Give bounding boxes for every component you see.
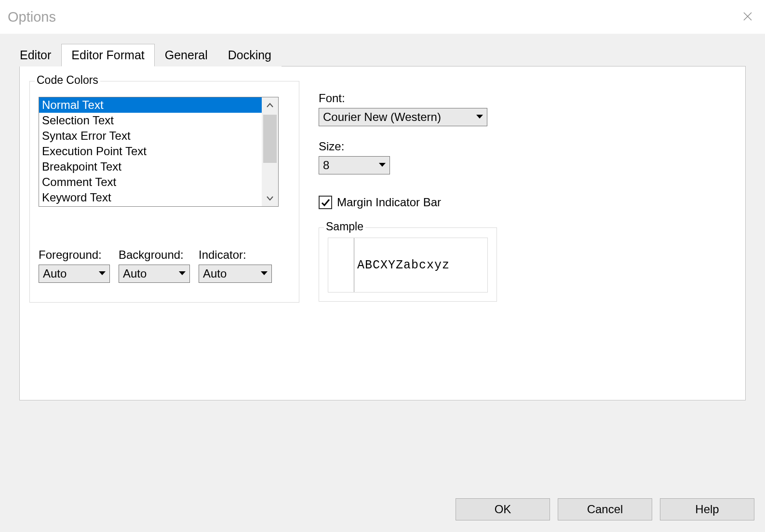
close-button[interactable] — [739, 8, 756, 27]
chevron-down-icon — [257, 271, 271, 276]
foreground-combo[interactable]: Auto — [39, 265, 110, 283]
foreground-value: Auto — [39, 267, 95, 280]
listbox-scrollbar[interactable] — [262, 97, 278, 206]
chevron-down-icon — [472, 115, 487, 120]
sample-text: ABCXYZabcxyz — [354, 238, 487, 292]
list-item[interactable]: Comment Text — [39, 174, 262, 190]
size-value: 8 — [319, 159, 375, 172]
size-combo[interactable]: 8 — [319, 156, 390, 174]
svg-marker-5 — [476, 115, 483, 119]
chevron-down-icon — [375, 163, 389, 168]
ok-button[interactable]: OK — [456, 498, 550, 520]
sample-margin — [328, 238, 354, 292]
chevron-down-icon — [175, 271, 189, 276]
margin-indicator-checkbox[interactable] — [319, 196, 332, 209]
svg-marker-4 — [261, 271, 268, 275]
background-label: Background: — [119, 248, 190, 262]
code-colors-group: Code Colors Normal Text Selection Text S… — [29, 81, 299, 303]
chevron-down-icon — [95, 271, 109, 276]
chevron-up-icon — [266, 102, 274, 109]
list-item[interactable]: Normal Text — [39, 97, 262, 113]
dialog-buttons: OK Cancel Help — [456, 498, 754, 520]
size-label: Size: — [319, 140, 511, 153]
list-item[interactable]: Syntax Error Text — [39, 128, 262, 144]
tab-docking[interactable]: Docking — [218, 44, 282, 66]
svg-marker-3 — [179, 271, 186, 275]
chevron-down-icon — [266, 194, 274, 202]
list-item[interactable]: Selection Text — [39, 113, 262, 128]
check-icon — [321, 198, 330, 207]
background-value: Auto — [119, 267, 175, 280]
indicator-label: Indicator: — [199, 248, 272, 262]
close-icon — [743, 12, 752, 21]
sample-group: Sample ABCXYZabcxyz — [319, 227, 497, 302]
scroll-down-button[interactable] — [262, 190, 278, 206]
indicator-value: Auto — [199, 267, 257, 280]
tabs: Editor Editor Format General Docking — [10, 44, 755, 66]
tab-editor[interactable]: Editor — [10, 44, 61, 66]
svg-marker-6 — [379, 163, 386, 167]
svg-marker-2 — [99, 271, 106, 275]
code-colors-listbox[interactable]: Normal Text Selection Text Syntax Error … — [39, 97, 279, 207]
font-combo[interactable]: Courier New (Western) — [319, 108, 487, 126]
titlebar: Options — [0, 0, 765, 34]
help-button[interactable]: Help — [660, 498, 754, 520]
foreground-label: Foreground: — [39, 248, 110, 262]
indicator-combo[interactable]: Auto — [199, 265, 272, 283]
window-title: Options — [8, 9, 56, 25]
list-item[interactable]: Keyword Text — [39, 190, 262, 205]
list-item[interactable]: Execution Point Text — [39, 144, 262, 159]
font-label: Font: — [319, 92, 511, 105]
background-combo[interactable]: Auto — [119, 265, 190, 283]
tab-editor-format[interactable]: Editor Format — [61, 44, 154, 66]
sample-box: ABCXYZabcxyz — [328, 238, 488, 293]
scroll-up-button[interactable] — [262, 97, 278, 114]
scroll-thumb[interactable] — [263, 115, 277, 163]
code-colors-legend: Code Colors — [35, 74, 100, 87]
sample-legend: Sample — [324, 220, 365, 233]
font-value: Courier New (Western) — [319, 110, 472, 124]
list-item[interactable]: Breakpoint Text — [39, 159, 262, 174]
cancel-button[interactable]: Cancel — [558, 498, 652, 520]
tab-general[interactable]: General — [155, 44, 218, 66]
margin-indicator-label: Margin Indicator Bar — [337, 196, 441, 209]
tab-panel-editor-format: Code Colors Normal Text Selection Text S… — [19, 66, 746, 400]
dialog-body: Editor Editor Format General Docking Cod… — [0, 34, 765, 532]
